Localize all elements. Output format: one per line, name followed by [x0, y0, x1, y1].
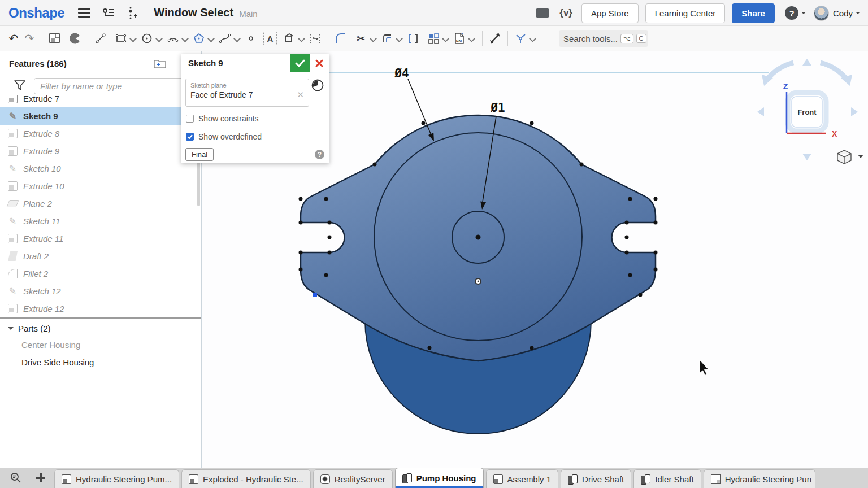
final-state-button[interactable]: Final — [185, 148, 214, 161]
chevron-down-icon[interactable] — [528, 34, 537, 43]
add-folder-icon[interactable] — [154, 58, 166, 68]
pattern-tool[interactable] — [426, 30, 441, 46]
selection-history-icon[interactable] — [311, 79, 324, 92]
dialog-help-icon[interactable]: ? — [315, 150, 324, 159]
import-dxf-tool[interactable]: DXF — [452, 30, 467, 46]
chevron-down-icon[interactable] — [395, 34, 404, 43]
chevron-down-icon[interactable] — [129, 34, 138, 43]
feature-row[interactable]: ✎ Sketch 10 — [0, 160, 201, 177]
document-tab[interactable]: Pump Housing — [395, 468, 484, 488]
document-title[interactable]: Window Select — [154, 6, 233, 19]
line-tool[interactable] — [93, 30, 108, 46]
hamburger-menu-icon[interactable] — [78, 8, 90, 18]
rotate-right-arrow[interactable] — [851, 107, 858, 116]
comments-icon[interactable] — [536, 8, 549, 18]
feature-row[interactable]: Extrude 8 — [0, 125, 201, 142]
chevron-down-icon[interactable] — [181, 34, 190, 43]
document-tab[interactable]: Assembly 1 — [486, 469, 559, 488]
help-caret-icon[interactable] — [801, 12, 806, 16]
show-constraints-checkbox[interactable]: Show constraints — [186, 114, 259, 123]
app-store-button[interactable]: App Store — [581, 3, 639, 23]
sketch-fillet-tool[interactable] — [333, 30, 349, 46]
sketch-plane-field[interactable]: Sketch plane Face of Extrude 7 ✕ — [185, 79, 309, 107]
undo-button[interactable]: ↶ — [6, 30, 21, 46]
insert-feature-icon[interactable] — [127, 6, 138, 20]
part-row[interactable]: Drive Side Housing — [21, 358, 94, 367]
selected-vertex[interactable] — [313, 293, 317, 297]
circle-tool[interactable] — [139, 30, 155, 46]
text-tool[interactable]: A — [263, 32, 277, 45]
add-tab-icon[interactable] — [36, 473, 45, 482]
rectangle-tool[interactable] — [113, 30, 129, 46]
arc-tool[interactable] — [165, 30, 181, 46]
filter-icon[interactable] — [14, 80, 25, 91]
versions-tree-icon[interactable] — [102, 7, 115, 19]
constraint-tool[interactable] — [513, 30, 528, 46]
rotate-left-arrow[interactable] — [757, 107, 764, 116]
trim-tool[interactable]: ✂ — [353, 30, 369, 46]
feature-row[interactable]: Fillet 2 — [0, 265, 201, 282]
use-project-tool[interactable] — [281, 30, 297, 46]
cancel-button[interactable] — [310, 54, 329, 72]
show-overdefined-checkbox[interactable]: Show overdefined — [186, 132, 262, 141]
redo-button[interactable]: ↷ — [21, 30, 37, 46]
clear-selection-icon[interactable]: ✕ — [297, 90, 304, 100]
dimension-tool[interactable] — [307, 30, 323, 46]
view-mode-cube-icon[interactable] — [837, 150, 851, 164]
chevron-down-icon[interactable] — [369, 34, 378, 43]
help-icon[interactable]: ? — [785, 6, 798, 20]
sketch-button[interactable] — [47, 30, 63, 46]
feature-row[interactable]: Plane 2 — [0, 195, 201, 212]
feature-row[interactable]: Extrude 11 — [0, 230, 201, 247]
polygon-tool[interactable] — [191, 30, 207, 46]
accept-button[interactable] — [290, 54, 310, 72]
feature-row[interactable]: ✎ Sketch 12 — [0, 282, 201, 300]
scale-sketch-tool[interactable] — [487, 30, 503, 46]
share-button[interactable]: Share — [732, 3, 775, 23]
feature-row[interactable]: Extrude 9 — [0, 142, 201, 160]
chevron-down-icon[interactable] — [297, 34, 306, 43]
search-tabs-icon[interactable] — [9, 472, 24, 484]
view-mode-caret-icon[interactable] — [858, 155, 863, 158]
revolve-button[interactable] — [67, 30, 83, 46]
view-cube[interactable]: Front Z X — [757, 59, 863, 164]
mirror-tool[interactable] — [405, 30, 421, 46]
chevron-down-icon[interactable] — [233, 34, 242, 43]
rotate-up-arrow[interactable] — [802, 59, 811, 66]
filter-input[interactable] — [34, 78, 196, 94]
part-row[interactable]: Center Housing — [21, 340, 80, 350]
document-tab[interactable]: RealityServer — [313, 469, 393, 488]
spline-tool[interactable] — [217, 30, 233, 46]
tab-type-icon — [320, 474, 330, 484]
feature-row[interactable]: Draft 2 — [0, 247, 201, 265]
document-tab[interactable]: Exploded - Hydraulic Ste... — [181, 469, 311, 488]
user-caret-icon[interactable] — [856, 12, 860, 16]
user-name[interactable]: Cody — [833, 8, 853, 18]
chevron-down-icon[interactable] — [155, 34, 164, 43]
workspace-name[interactable]: Main — [239, 9, 258, 19]
feature-row[interactable]: Extrude 10 — [0, 177, 201, 195]
user-avatar[interactable] — [814, 6, 829, 21]
parts-section-header[interactable]: Parts (2) — [8, 324, 51, 333]
chevron-down-icon[interactable] — [467, 34, 476, 43]
sketch-center-point[interactable] — [476, 235, 481, 240]
variables-icon[interactable]: {v} — [559, 7, 572, 19]
document-tab[interactable]: Hydraulic Steering Pun — [704, 469, 815, 488]
features-header: Features (186) — [9, 59, 67, 68]
feature-label: Plane 2 — [23, 199, 52, 208]
point-tool[interactable] — [243, 30, 259, 46]
feature-row[interactable]: Extrude 12 — [0, 300, 201, 317]
document-tab[interactable]: Drive Shaft — [561, 469, 631, 488]
rollback-bar[interactable] — [0, 317, 202, 319]
feature-row[interactable]: ✎ Sketch 9 — [0, 107, 201, 125]
document-tab[interactable]: Hydraulic Steering Pum... — [54, 469, 179, 488]
chevron-down-icon[interactable] — [441, 34, 450, 43]
rotate-down-arrow[interactable] — [802, 154, 811, 160]
chevron-down-icon[interactable] — [207, 34, 216, 43]
onshape-logo[interactable]: Onshape — [8, 5, 64, 21]
document-tab[interactable]: Idler Shaft — [633, 469, 701, 488]
search-tools-input[interactable]: Search tools... ⌥ C — [559, 30, 648, 47]
offset-tool[interactable] — [379, 30, 395, 46]
feature-row[interactable]: ✎ Sketch 11 — [0, 212, 201, 230]
learning-center-button[interactable]: Learning Center — [645, 3, 726, 23]
